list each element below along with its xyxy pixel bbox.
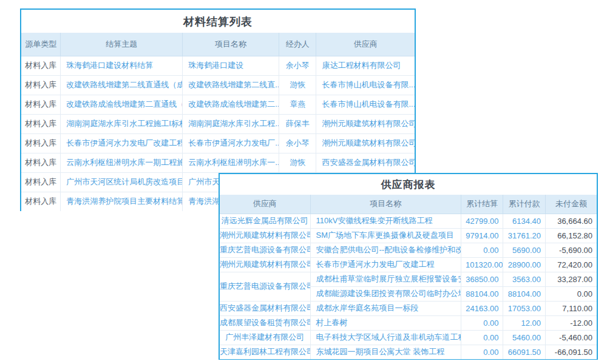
cell-supplier[interactable]: 潮州元顺建筑材料有限公司	[316, 133, 415, 153]
cell-settlement-subject[interactable]: 长春市伊通河水力发电厂改建工程...	[61, 133, 183, 153]
cell-total-settled[interactable]: 36850.00	[461, 272, 503, 286]
col-header-handler: 经办人	[279, 33, 316, 56]
col-header-settlement-subject: 结算主题	[61, 33, 183, 56]
cell-supplier[interactable]: 西安盛器金属材料有限公司	[220, 301, 310, 315]
table-row[interactable]: 材料入库珠海鹤港口建设材料结算珠海鹤港口建设余小琴康达工程材料有限公司	[21, 56, 415, 75]
cell-project-name[interactable]: 110kV安徽线程集变开断线路工程	[310, 214, 461, 228]
cell-project-name[interactable]: 湖南洞庭湖水库引水工程...	[183, 114, 279, 133]
table-row[interactable]: 材料入库改建铁路线增建第二线直通线（成...改建铁路线增建第二线直...游恢长春…	[21, 75, 415, 95]
cell-supplier[interactable]: 重庆艺普电源设备有限公司	[220, 243, 310, 257]
cell-settlement-subject[interactable]: 广州市天河区统计局机房改造项目...	[61, 172, 183, 192]
cell-supplier[interactable]: 长春市博山机电设备有限...	[316, 75, 415, 95]
cell-supplier[interactable]: 潮州元顺建筑材料有限公司	[316, 114, 415, 133]
cell-supplier[interactable]: 重庆艺普电源设备有限公司	[220, 272, 310, 301]
supplier-report-title: 供应商报表	[220, 174, 597, 195]
cell-project-name[interactable]: 安徽合肥供电公司--配电设备检修维护和改造	[310, 243, 461, 257]
cell-project-name[interactable]: 长春市伊通河水力发电厂...	[183, 133, 279, 153]
cell-total-paid[interactable]: 5460.00	[503, 330, 546, 345]
table-row[interactable]: 清远光辉金属品有限公司110kV安徽线程集变开断线路工程42799.006134…	[220, 214, 597, 228]
cell-settlement-subject[interactable]: 珠海鹤港口建设材料结算	[61, 56, 183, 75]
table-row[interactable]: 天津嘉利园林工程有限公司东城花园一期项目公寓大堂 装饰工程0.0066091.5…	[220, 345, 597, 359]
cell-total-settled[interactable]: 97914.00	[461, 228, 503, 243]
cell-unpaid-amount: 66,152.80	[546, 228, 597, 243]
supplier-table-header: 供应商 项目名称 累计结算 累计付款 未付金额	[220, 195, 597, 214]
cell-total-settled[interactable]: 0.00	[461, 243, 503, 257]
cell-supplier[interactable]: 康达工程材料有限公司	[316, 56, 415, 75]
cell-project-name[interactable]: 成都水岸华庭名苑项目一标段	[310, 301, 461, 315]
cell-total-settled[interactable]: 0.00	[461, 315, 503, 330]
table-row[interactable]: 重庆艺普电源设备有限公司成都杜甫草堂临时展厅独立展柜报警设备安装项36850.0…	[220, 272, 597, 286]
col-header-total-paid: 累计付款	[503, 195, 546, 214]
cell-project-name[interactable]: 成都杜甫草堂临时展厅独立展柜报警设备安装项	[310, 272, 461, 286]
cell-settlement-subject[interactable]: 改建铁路成渝线增建第二直通线（...	[61, 95, 183, 114]
cell-settlement-subject[interactable]: 湖南洞庭湖水库引水工程施工I标材...	[61, 114, 183, 133]
cell-supplier[interactable]: 西安盛器金属材料有限公司	[316, 153, 415, 172]
cell-handler[interactable]: 游恢	[279, 75, 316, 95]
col-header-total-settled: 累计结算	[461, 195, 503, 214]
table-row[interactable]: 潮州元顺建筑材料有限公司SM广场地下车库更换摄像机及硬盘项目97914.0031…	[220, 228, 597, 243]
table-row[interactable]: 材料入库改建铁路成渝线增建第二直通线（...改建铁路成渝线增建第二...章燕长春…	[21, 95, 415, 114]
table-row[interactable]: 重庆艺普电源设备有限公司安徽合肥供电公司--配电设备检修维护和改造0.00569…	[220, 243, 597, 257]
cell-total-paid[interactable]: 66091.50	[503, 345, 546, 359]
cell-source-type: 材料入库	[21, 192, 61, 211]
cell-project-name[interactable]: 东城花园一期项目公寓大堂 装饰工程	[310, 345, 461, 359]
cell-total-settled[interactable]: 24163.00	[461, 301, 503, 315]
material-settlement-title: 材料结算列表	[21, 10, 415, 33]
cell-handler[interactable]: 余小琴	[279, 56, 316, 75]
supplier-table-body: 清远光辉金属品有限公司110kV安徽线程集变开断线路工程42799.006134…	[220, 214, 597, 359]
cell-supplier[interactable]: 清远光辉金属品有限公司	[220, 214, 310, 228]
table-row[interactable]: 潮州元顺建筑材料有限公司长春市伊通河水力发电厂改建工程101320.002890…	[220, 257, 597, 272]
cell-total-settled[interactable]: 42799.00	[461, 214, 503, 228]
supplier-report-table: 供应商 项目名称 累计结算 累计付款 未付金额 清远光辉金属品有限公司110kV…	[220, 195, 597, 359]
cell-total-paid[interactable]: 31761.20	[503, 228, 546, 243]
table-row[interactable]: 成都展望设备租赁有限公司村上春树0.0012.00-12.00	[220, 315, 597, 330]
cell-project-name[interactable]: 改建铁路线增建第二线直...	[183, 75, 279, 95]
cell-project-name[interactable]: 珠海鹤港口建设	[183, 56, 279, 75]
cell-total-paid[interactable]: 6134.40	[503, 214, 546, 228]
cell-total-paid[interactable]: 88104.00	[503, 286, 546, 301]
cell-total-paid[interactable]: 12.00	[503, 315, 546, 330]
cell-settlement-subject[interactable]: 云南水利枢纽潜明水库一期工程施...	[61, 153, 183, 172]
table-row[interactable]: 材料入库长春市伊通河水力发电厂改建工程...长春市伊通河水力发电厂...余小琴潮…	[21, 133, 415, 153]
cell-supplier[interactable]: 天津嘉利园林工程有限公司	[220, 345, 310, 359]
header-row: 供应商 项目名称 累计结算 累计付款 未付金额	[220, 195, 597, 214]
cell-settlement-subject[interactable]: 改建铁路线增建第二线直通线（成...	[61, 75, 183, 95]
cell-handler[interactable]: 章燕	[279, 95, 316, 114]
cell-supplier[interactable]: 广州丰泽建材有限公司	[220, 330, 310, 345]
table-row[interactable]: 广州丰泽建材有限公司电子科技大学区域人行道及非机动车道工程施工0.005460.…	[220, 330, 597, 345]
cell-total-paid[interactable]: 5690.00	[503, 243, 546, 257]
table-row[interactable]: 西安盛器金属材料有限公司成都水岸华庭名苑项目一标段24163.0017053.0…	[220, 301, 597, 315]
cell-project-name[interactable]: 成都能源建设集团投资有限公司临时办公场所装	[310, 286, 461, 301]
cell-total-settled[interactable]: 101320.00	[461, 257, 503, 272]
cell-project-name[interactable]: 云南水利枢纽潜明水库一...	[183, 153, 279, 172]
cell-total-paid[interactable]: 3563.00	[503, 272, 546, 286]
cell-handler[interactable]: 游恢	[279, 153, 316, 172]
cell-project-name[interactable]: 改建铁路成渝线增建第二...	[183, 95, 279, 114]
cell-project-name[interactable]: 电子科技大学区域人行道及非机动车道工程施工	[310, 330, 461, 345]
col-header-source-type: 源单类型	[21, 33, 61, 56]
cell-supplier[interactable]: 潮州元顺建筑材料有限公司	[220, 257, 310, 272]
cell-total-settled[interactable]: 88104.00	[461, 286, 503, 301]
table-row[interactable]: 材料入库云南水利枢纽潜明水库一期工程施...云南水利枢纽潜明水库一...游恢西安…	[21, 153, 415, 172]
table-row[interactable]: 材料入库湖南洞庭湖水库引水工程施工I标材...湖南洞庭湖水库引水工程...薛保丰…	[21, 114, 415, 133]
cell-supplier[interactable]: 长春市博山机电设备有限...	[316, 95, 415, 114]
cell-total-paid[interactable]: 17053.00	[503, 301, 546, 315]
cell-handler[interactable]: 薛保丰	[279, 114, 316, 133]
header-row: 源单类型 结算主题 项目名称 经办人 供应商	[21, 33, 415, 56]
cell-unpaid-amount: 0.00	[546, 286, 597, 301]
cell-total-settled[interactable]: 0.00	[461, 345, 503, 359]
material-table-header: 源单类型 结算主题 项目名称 经办人 供应商	[21, 33, 415, 56]
cell-supplier[interactable]: 潮州元顺建筑材料有限公司	[220, 228, 310, 243]
cell-total-paid[interactable]: 28900.00	[503, 257, 546, 272]
cell-supplier[interactable]: 成都展望设备租赁有限公司	[220, 315, 310, 330]
cell-total-settled[interactable]: 0.00	[461, 330, 503, 345]
cell-project-name[interactable]: SM广场地下车库更换摄像机及硬盘项目	[310, 228, 461, 243]
cell-project-name[interactable]: 长春市伊通河水力发电厂改建工程	[310, 257, 461, 272]
cell-settlement-subject[interactable]: 青海洪湖养护院项目主要材料结算	[61, 192, 183, 211]
cell-source-type: 材料入库	[21, 95, 61, 114]
cell-project-name[interactable]: 村上春树	[310, 315, 461, 330]
supplier-report-panel: 供应商报表 供应商 项目名称 累计结算 累计付款 未付金额 清远光辉金属品有限公…	[219, 173, 598, 360]
cell-handler[interactable]: 余小琴	[279, 133, 316, 153]
cell-unpaid-amount: -12.00	[546, 315, 597, 330]
cell-unpaid-amount: -66,091.50	[546, 345, 597, 359]
